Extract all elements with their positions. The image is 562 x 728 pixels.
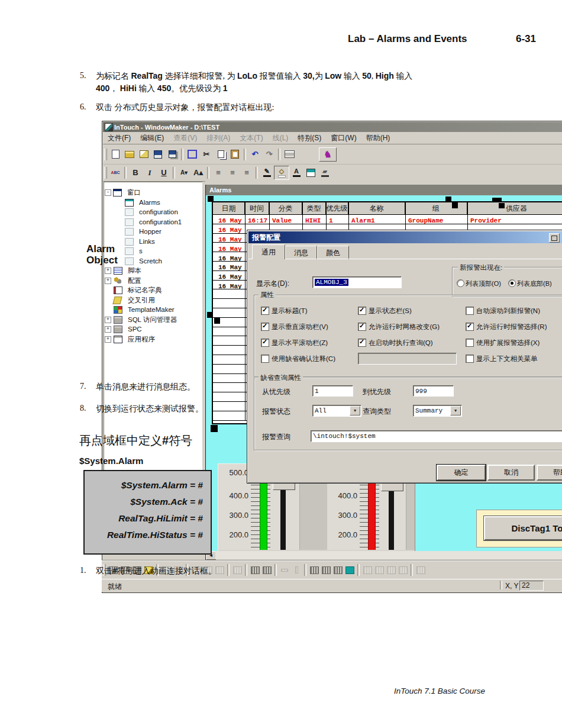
tree-item-sql-access[interactable]: + SQL 访问管理器: [103, 315, 177, 324]
selection-handle[interactable]: [208, 196, 214, 202]
bold-icon[interactable]: B: [128, 166, 143, 179]
font-smaller-icon[interactable]: A▾: [177, 166, 191, 179]
tree-item-configuration[interactable]: configuration: [103, 207, 178, 217]
from-priority-input[interactable]: 1: [312, 385, 353, 397]
italic-icon[interactable]: I: [143, 166, 157, 179]
collapse-icon[interactable]: -: [105, 189, 111, 196]
undo-icon[interactable]: ↶: [248, 148, 262, 161]
selection-handle[interactable]: [499, 203, 505, 208]
runtime-grid-checkbox[interactable]: [358, 323, 366, 331]
expand-icon[interactable]: +: [105, 268, 111, 274]
full-screen-icon[interactable]: [415, 564, 427, 576]
selection-handle[interactable]: [211, 425, 218, 432]
text-color-icon[interactable]: A: [289, 166, 303, 179]
paste-icon[interactable]: [228, 148, 242, 161]
print-icon[interactable]: [282, 148, 296, 161]
tree-item-windows[interactable]: - 窗口: [103, 188, 141, 197]
runtime-select-checkbox[interactable]: [466, 323, 474, 331]
menu-file[interactable]: 文件(F): [103, 132, 135, 144]
dialog-titlebar[interactable]: 报警配置: [248, 231, 562, 243]
alarm-row-date[interactable]: 16 May: [218, 273, 242, 281]
menu-arrange[interactable]: 排列(A): [202, 132, 235, 144]
list-bottom-radio[interactable]: [508, 279, 516, 287]
tab-message[interactable]: 消息: [285, 246, 317, 260]
alarm-row-date[interactable]: 16 May: [218, 246, 242, 253]
list-top-radio[interactable]: [457, 279, 464, 287]
canvas-hscrollbar[interactable]: ◄: [205, 551, 562, 560]
tree-item-configuration1[interactable]: configuration1: [103, 217, 182, 227]
space-vertical-icon[interactable]: [290, 564, 302, 576]
ungroup-objects-icon[interactable]: [373, 564, 385, 576]
alarm-row-date[interactable]: 16 May: [218, 227, 242, 234]
redo-icon[interactable]: ↷: [262, 148, 276, 161]
alarms-window-titlebar[interactable]: Alarms: [205, 185, 562, 195]
select-frame-icon[interactable]: [185, 148, 199, 161]
tree-item-alarms[interactable]: Alarms: [103, 198, 160, 207]
ok-button[interactable]: 确定: [437, 465, 486, 481]
menu-line[interactable]: 线(L): [268, 132, 293, 144]
tree-item-scripts[interactable]: + 脚本: [103, 266, 141, 275]
ack-comment-input[interactable]: [358, 353, 457, 365]
reshape-object-icon[interactable]: [385, 564, 397, 576]
snap-to-grid-icon[interactable]: [231, 564, 243, 576]
help-button[interactable]: 帮助: [537, 465, 562, 481]
menu-text[interactable]: 文本(T): [235, 132, 267, 144]
menu-view[interactable]: 查看(V): [169, 132, 202, 144]
font-icon[interactable]: ABC: [108, 166, 122, 179]
save-icon[interactable]: [151, 148, 165, 161]
align-left-icon[interactable]: ≡: [211, 166, 225, 179]
display-name-input[interactable]: ALMOBJ_3: [312, 276, 402, 288]
alarm-row-date[interactable]: 16 May: [218, 236, 242, 243]
alarm-row-date[interactable]: 16 May: [218, 255, 242, 262]
menu-window[interactable]: 窗口(W): [326, 132, 361, 144]
chevron-down-icon[interactable]: ▼: [450, 406, 461, 415]
auto-scroll-checkbox[interactable]: [466, 307, 474, 315]
space-horizontal-icon[interactable]: [279, 564, 290, 576]
alarm-state-combo[interactable]: All ▼: [312, 405, 361, 417]
tree-item-applications[interactable]: + 应用程序: [103, 334, 155, 344]
make-cell-icon[interactable]: [332, 564, 344, 576]
bring-to-front-icon[interactable]: [261, 564, 273, 576]
alarm-row-date[interactable]: 16 May: [218, 283, 242, 290]
tree-item-configure[interactable]: + 配置: [103, 276, 141, 285]
selection-handle[interactable]: [445, 197, 451, 202]
expand-icon[interactable]: +: [105, 326, 111, 333]
to-priority-input[interactable]: 999: [413, 385, 454, 397]
expand-icon[interactable]: +: [105, 278, 111, 284]
selection-handle[interactable]: [207, 312, 213, 318]
context-menu-checkbox[interactable]: [466, 355, 474, 363]
font-larger-icon[interactable]: A▴: [191, 166, 205, 179]
alarm-row-date[interactable]: 16 May: [218, 264, 242, 271]
toolbar-drag-handle[interactable]: [104, 149, 107, 160]
selection-handle[interactable]: [452, 202, 458, 208]
menu-edit[interactable]: 编辑(E): [135, 132, 169, 144]
cancel-button[interactable]: 取消: [487, 465, 535, 481]
chevron-down-icon[interactable]: ▼: [350, 406, 360, 415]
tree-item-tagname-dictionary[interactable]: 标记名字典: [103, 285, 162, 295]
make-symbol-icon[interactable]: [308, 564, 320, 576]
query-type-combo[interactable]: Summary ▼: [413, 405, 462, 417]
expand-icon[interactable]: +: [105, 336, 111, 343]
break-symbol-icon[interactable]: [320, 564, 332, 576]
vscroll-checkbox[interactable]: [261, 323, 269, 331]
show-statusbar-checkbox[interactable]: [358, 307, 366, 315]
default-ack-comment-checkbox[interactable]: [261, 355, 269, 363]
underline-icon[interactable]: U: [157, 166, 171, 179]
tab-general[interactable]: 通用: [252, 244, 285, 259]
extended-select-checkbox[interactable]: [466, 339, 474, 347]
cut-icon[interactable]: ✂: [199, 148, 214, 161]
save-all-icon[interactable]: [165, 148, 179, 161]
hscroll-checkbox[interactable]: [261, 339, 269, 347]
align-right-icon[interactable]: ≡: [240, 166, 254, 179]
import-icon[interactable]: [137, 148, 151, 161]
group-objects-icon[interactable]: [361, 564, 373, 576]
menu-special[interactable]: 特别(S): [293, 132, 326, 144]
line-color-icon[interactable]: ✎: [260, 166, 274, 179]
dialog-titlebar-button[interactable]: [549, 233, 560, 243]
copy-icon[interactable]: [214, 148, 228, 161]
tree-item-hopper[interactable]: Hopper: [103, 227, 162, 236]
tab-color[interactable]: 颜色: [317, 246, 349, 260]
break-cell-icon[interactable]: [344, 564, 356, 576]
tree-item-spc[interactable]: + SPC: [103, 324, 142, 334]
transparent-color-icon[interactable]: ▰: [318, 166, 332, 179]
